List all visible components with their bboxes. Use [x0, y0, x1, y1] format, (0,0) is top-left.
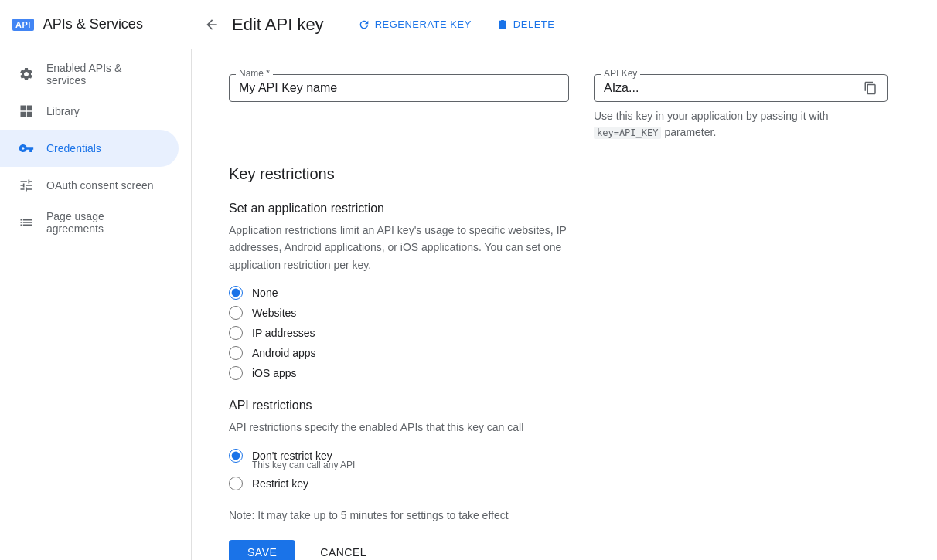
name-field-wrapper: Name * — [229, 74, 569, 102]
radio-android-label[interactable]: Android apps — [252, 347, 316, 359]
api-key-hint: Use this key in your application by pass… — [594, 108, 888, 141]
sidebar-item-library[interactable]: Library — [0, 93, 179, 130]
sidebar-item-label: Page usage agreements — [46, 210, 160, 235]
page-title: Edit API key — [232, 15, 324, 35]
main-layout: Enabled APIs & services Library Credenti… — [0, 49, 937, 560]
content-area: Name * API Key AIza... Use this key in y… — [192, 49, 937, 560]
app-restriction-description: Application restrictions limit an API ke… — [229, 222, 569, 273]
radio-dont-restrict-input[interactable] — [229, 449, 243, 463]
gear-icon — [19, 66, 34, 82]
radio-dont-restrict-container: Don't restrict key This key can call any… — [229, 449, 900, 470]
key-restrictions-title: Key restrictions — [229, 165, 900, 183]
delete-label: DELETE — [513, 19, 555, 30]
cancel-button[interactable]: CANCEL — [302, 540, 385, 560]
app-restriction-radio-group: None Websites IP addresses Android apps … — [229, 286, 900, 380]
radio-ip[interactable]: IP addresses — [229, 326, 900, 340]
app-title: APIs & Services — [43, 16, 143, 32]
name-input[interactable] — [239, 81, 559, 95]
name-field-group: Name * — [229, 74, 569, 102]
radio-ip-label[interactable]: IP addresses — [252, 327, 315, 339]
sidebar-item-enabled-apis[interactable]: Enabled APIs & services — [0, 56, 179, 93]
radio-none[interactable]: None — [229, 286, 900, 300]
logo-area: API APIs & Services — [12, 16, 198, 32]
radio-ios-label[interactable]: iOS apps — [252, 367, 297, 379]
radio-websites-input[interactable] — [229, 306, 243, 320]
grid-icon — [19, 104, 34, 119]
back-button[interactable] — [198, 11, 226, 39]
tune-icon — [19, 178, 34, 193]
header-actions: Edit API key REGENERATE KEY DELETE — [198, 11, 925, 39]
top-header: API APIs & Services Edit API key REGENER… — [0, 0, 937, 49]
settings-note: Note: It may take up to 5 minutes for se… — [229, 509, 600, 521]
copy-api-key-button[interactable] — [860, 78, 881, 98]
api-key-field-group: API Key AIza... Use this key in your app… — [594, 74, 888, 141]
radio-restrict-label[interactable]: Restrict key — [252, 477, 308, 490]
sidebar-item-label: Library — [46, 105, 80, 117]
radio-websites[interactable]: Websites — [229, 306, 900, 320]
radio-ip-input[interactable] — [229, 326, 243, 340]
sidebar-item-label: OAuth consent screen — [46, 179, 154, 192]
sidebar: Enabled APIs & services Library Credenti… — [0, 49, 192, 560]
radio-websites-label[interactable]: Websites — [252, 307, 296, 319]
regenerate-key-button[interactable]: REGENERATE KEY — [349, 12, 481, 37]
sidebar-item-page-usage[interactable]: Page usage agreements — [0, 204, 179, 241]
api-restriction-title: API restrictions — [229, 399, 900, 412]
form-row: Name * API Key AIza... Use this key in y… — [229, 74, 900, 141]
api-restriction-radio-group: Don't restrict key This key can call any… — [229, 449, 900, 490]
dont-restrict-sublabel: This key can call any API — [252, 460, 900, 470]
list-icon — [19, 215, 34, 230]
key-icon — [19, 141, 34, 156]
radio-restrict-input[interactable] — [229, 477, 243, 490]
radio-none-label[interactable]: None — [252, 287, 278, 299]
action-buttons: SAVE CANCEL — [229, 540, 900, 560]
radio-ios-input[interactable] — [229, 366, 243, 380]
sidebar-item-credentials[interactable]: Credentials — [0, 130, 179, 167]
radio-restrict[interactable]: Restrict key — [229, 477, 900, 490]
delete-button[interactable]: DELETE — [487, 12, 564, 37]
name-label: Name * — [236, 68, 273, 79]
radio-none-input[interactable] — [229, 286, 243, 300]
api-restriction-description: API restrictions specify the enabled API… — [229, 419, 569, 436]
radio-android[interactable]: Android apps — [229, 346, 900, 360]
regenerate-key-label: REGENERATE KEY — [375, 19, 472, 30]
sidebar-item-label: Credentials — [46, 142, 101, 154]
save-button[interactable]: SAVE — [229, 540, 295, 560]
api-logo: API — [12, 19, 34, 31]
api-key-wrapper: API Key AIza... — [594, 74, 888, 102]
api-key-value: AIza... — [604, 81, 639, 94]
radio-android-input[interactable] — [229, 346, 243, 360]
api-key-label: API Key — [601, 68, 640, 79]
app-restriction-title: Set an application restriction — [229, 202, 900, 216]
sidebar-item-oauth[interactable]: OAuth consent screen — [0, 167, 179, 204]
radio-ios[interactable]: iOS apps — [229, 366, 900, 380]
sidebar-item-label: Enabled APIs & services — [46, 62, 160, 87]
